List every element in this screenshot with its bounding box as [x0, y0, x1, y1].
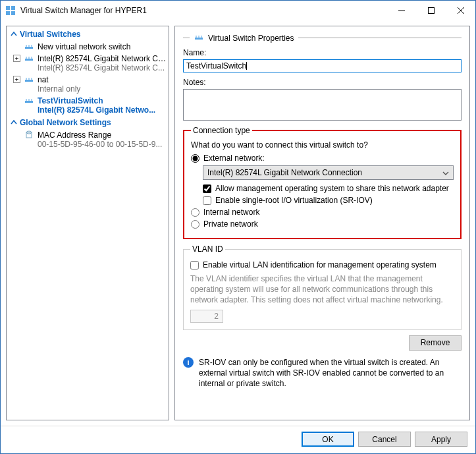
name-label: Name: [183, 48, 462, 57]
external-radio[interactable] [191, 154, 199, 163]
tree-item-intel[interactable]: + Intel(R) 82574L Gigabit Network Co... … [7, 53, 169, 74]
chevron-up-icon [11, 119, 17, 126]
info-icon: i [183, 357, 194, 368]
radio-label: Internal network [203, 208, 259, 217]
switch-icon [23, 54, 35, 62]
switch-icon [23, 96, 35, 104]
allow-mgmt-row[interactable]: Allow management operating system to sha… [203, 184, 454, 193]
tree-item-testvirtualswitch[interactable]: TestVirtualSwitch Intel(R) 82574L Gigabi… [7, 95, 169, 116]
sriov-checkbox[interactable] [203, 196, 211, 205]
vlan-legend: VLAN ID [190, 244, 225, 254]
vlan-group: VLAN ID Enable virtual LAN identificatio… [183, 244, 462, 330]
vlan-enable-row[interactable]: Enable virtual LAN identification for ma… [190, 260, 454, 270]
tree-sublabel: Internal only [38, 84, 169, 94]
check-label: Allow management operating system to sha… [215, 184, 449, 193]
tree-label: Intel(R) 82574L Gigabit Network Co... [38, 54, 169, 63]
internal-radio[interactable] [191, 208, 199, 217]
check-label: Enable virtual LAN identification for ma… [203, 260, 436, 270]
tree-label: TestVirtualSwitch [38, 96, 169, 105]
chevron-down-icon [441, 169, 450, 178]
svg-rect-12 [25, 59, 33, 61]
tree-sublabel: Intel(R) 82574L Gigabit Netwo... [38, 105, 169, 115]
ok-button[interactable]: OK [302, 432, 354, 447]
mac-icon [23, 130, 35, 140]
connection-question: What do you want to connect this virtual… [191, 140, 454, 150]
tree-label: nat [38, 75, 169, 84]
check-label: Enable single-root I/O virtualization (S… [215, 196, 373, 205]
svg-rect-8 [25, 47, 33, 49]
name-input[interactable]: TestVirtualSwitch [183, 59, 462, 72]
footer: OK Cancel Apply [1, 426, 475, 453]
vlan-enable-checkbox[interactable] [190, 261, 199, 270]
svg-rect-2 [6, 11, 10, 15]
radio-label: Private network [203, 219, 258, 229]
tree-sublabel: Intel(R) 82574L Gigabit Network C... [38, 63, 169, 72]
tree-item-nat[interactable]: + nat Internal only [7, 74, 169, 95]
sriov-row[interactable]: Enable single-root I/O virtualization (S… [203, 196, 454, 205]
minimize-button[interactable] [386, 1, 416, 20]
maximize-button[interactable] [416, 1, 446, 20]
expand-icon[interactable]: + [13, 76, 20, 83]
sidebar: Virtual Switches New virtual network swi… [6, 26, 169, 420]
radio-label: External network: [203, 154, 265, 163]
adapter-select[interactable]: Intel(R) 82574L Gigabit Network Connecti… [203, 165, 454, 180]
allow-mgmt-checkbox[interactable] [203, 184, 211, 193]
tree-label: New virtual network switch [38, 42, 169, 51]
remove-button[interactable]: Remove [409, 335, 462, 351]
notes-input[interactable] [183, 89, 462, 121]
svg-rect-26 [195, 38, 203, 40]
tree-item-new-switch[interactable]: New virtual network switch [7, 41, 169, 53]
adapter-value: Intel(R) 82574L Gigabit Network Connecti… [207, 168, 362, 177]
external-radio-row[interactable]: External network: [191, 154, 454, 163]
body: Virtual Switches New virtual network swi… [1, 20, 475, 426]
detail-panel: Virtual Switch Properties Name: TestVirt… [174, 26, 470, 420]
info-text: SR-IOV can only be configured when the v… [199, 357, 462, 389]
private-radio-row[interactable]: Private network [191, 219, 454, 229]
section-label: Global Network Settings [20, 118, 111, 127]
private-radio[interactable] [191, 220, 199, 229]
detail-header: Virtual Switch Properties [183, 33, 462, 43]
chevron-up-icon [11, 31, 17, 38]
sriov-info: i SR-IOV can only be configured when the… [183, 357, 462, 389]
tree-section-virtual-switches[interactable]: Virtual Switches [7, 28, 169, 41]
section-label: Virtual Switches [20, 30, 80, 39]
connection-legend: Connection type [191, 126, 252, 135]
svg-rect-3 [11, 11, 15, 15]
vlan-help-text: The VLAN identifier specifies the virtua… [190, 273, 454, 306]
switch-icon [23, 42, 35, 50]
tree-item-mac-range[interactable]: MAC Address Range 00-15-5D-95-46-00 to 0… [7, 129, 169, 150]
tree-section-global-settings[interactable]: Global Network Settings [7, 116, 169, 129]
svg-rect-16 [25, 80, 33, 82]
window-title: Virtual Switch Manager for HYPER1 [20, 6, 386, 15]
app-icon [5, 5, 16, 16]
window: Virtual Switch Manager for HYPER1 Virtua… [0, 0, 476, 454]
tree-label: MAC Address Range [38, 130, 169, 140]
notes-label: Notes: [183, 78, 462, 87]
cancel-button[interactable]: Cancel [358, 432, 411, 447]
tree-sublabel: 00-15-5D-95-46-00 to 00-15-5D-9... [38, 140, 169, 149]
switch-icon [194, 33, 204, 43]
expand-icon[interactable]: + [13, 55, 20, 62]
titlebar: Virtual Switch Manager for HYPER1 [1, 1, 475, 20]
close-button[interactable] [446, 1, 475, 20]
svg-rect-5 [428, 8, 434, 14]
switch-icon [23, 75, 35, 83]
svg-rect-0 [6, 6, 10, 10]
internal-radio-row[interactable]: Internal network [191, 208, 454, 217]
svg-rect-20 [25, 101, 33, 103]
vlan-id-input: 2 [190, 310, 223, 323]
detail-title: Virtual Switch Properties [208, 34, 294, 43]
connection-type-group: Connection type What do you want to conn… [183, 126, 462, 239]
apply-button[interactable]: Apply [415, 432, 467, 447]
svg-rect-1 [11, 6, 15, 10]
